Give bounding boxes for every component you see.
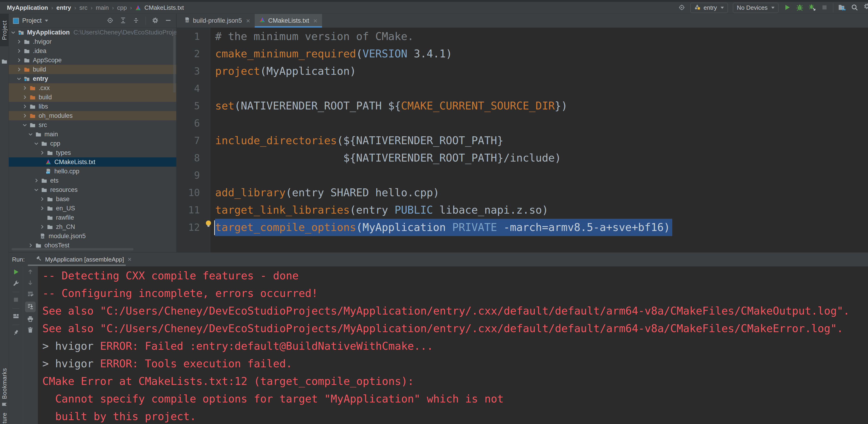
tree-item-oh-modules[interactable]: oh_modules <box>9 111 176 120</box>
chevron-down-icon[interactable] <box>34 187 39 192</box>
project-structure-icon[interactable] <box>838 4 846 12</box>
restore-layout-icon[interactable] <box>12 313 20 321</box>
tree-item-resources[interactable]: resources <box>9 185 176 194</box>
tree-item-libs[interactable]: libs <box>9 102 176 111</box>
project-view-selector[interactable]: Project <box>22 17 42 24</box>
tree-item-label: .cxx <box>39 85 50 92</box>
attach-debugger-button[interactable] <box>809 4 816 12</box>
tab-cmakelists[interactable]: CMakeLists.txt × <box>255 14 322 28</box>
tree-item-hello-cpp[interactable]: C++hello.cpp <box>9 166 176 176</box>
breadcrumb-item[interactable]: MyApplication <box>7 4 48 11</box>
hide-panel-icon[interactable] <box>165 17 172 25</box>
chevron-right-icon[interactable] <box>16 39 22 44</box>
run-config-selector[interactable]: entry <box>690 3 728 13</box>
breadcrumb-separator: › <box>74 5 76 11</box>
breadcrumb-item[interactable]: cpp <box>117 4 127 11</box>
soft-wrap-icon[interactable] <box>27 291 34 298</box>
expand-all-icon[interactable] <box>120 17 127 25</box>
pin-tab-icon[interactable] <box>12 329 20 337</box>
tree-item-base[interactable]: base <box>9 194 176 204</box>
run-console-output[interactable]: -- Detecting CXX compile features - done… <box>38 266 868 424</box>
device-selector[interactable]: No Devices <box>733 3 778 13</box>
tree-item-label: entry <box>33 75 48 82</box>
chevron-right-icon[interactable] <box>28 243 33 248</box>
scroll-to-end-button[interactable] <box>25 302 36 312</box>
settings-gear-icon[interactable] <box>863 3 868 13</box>
code-area[interactable]: # the minimum version of CMake.cmake_min… <box>215 28 672 236</box>
tree-item-cmakelists-txt[interactable]: CMakeLists.txt <box>9 157 176 166</box>
tree-item-rawfile[interactable]: rawfile <box>9 213 176 222</box>
tree-item-zh-cn[interactable]: zh_CN <box>9 222 176 232</box>
tree-item-label: rawfile <box>56 214 74 221</box>
chevron-right-icon[interactable] <box>34 178 39 183</box>
tree-item-appscope[interactable]: AppScope <box>9 56 176 65</box>
breadcrumb-item[interactable]: src <box>79 4 88 11</box>
run-config-label: entry <box>704 4 717 11</box>
breadcrumb-item[interactable]: main <box>96 4 109 11</box>
chevron-right-icon[interactable] <box>22 85 28 91</box>
edit-configuration-icon[interactable] <box>12 280 20 288</box>
tree-item-entry[interactable]: entry <box>9 74 176 83</box>
chevron-down-icon[interactable] <box>28 131 33 137</box>
gear-icon[interactable] <box>152 17 159 25</box>
tree-item-build[interactable]: build <box>9 93 176 102</box>
search-icon[interactable] <box>851 4 858 12</box>
close-icon[interactable]: × <box>313 17 317 25</box>
chevron-right-icon[interactable] <box>39 224 45 230</box>
run-button[interactable] <box>783 4 791 12</box>
tab-build-profile[interactable]: {0} build-profile.json5 × <box>180 14 255 28</box>
breadcrumb-item[interactable]: entry <box>57 4 71 11</box>
close-icon[interactable]: × <box>246 17 250 25</box>
project-tool-window-button[interactable]: Project <box>0 14 9 46</box>
rerun-icon[interactable] <box>12 268 20 277</box>
breadcrumb-item[interactable]: CMakeLists.txt <box>144 4 184 11</box>
chevron-right-icon[interactable] <box>39 206 45 211</box>
chevron-down-icon[interactable] <box>10 30 16 35</box>
chevron-right-icon[interactable] <box>16 48 22 54</box>
tree-item-module-json5[interactable]: {0}module.json5 <box>9 232 176 241</box>
stop-button[interactable] <box>821 4 828 12</box>
tree-item-ets[interactable]: ets <box>9 176 176 185</box>
tree-item--cxx[interactable]: .cxx <box>9 83 176 93</box>
chevron-right-icon[interactable] <box>22 94 28 100</box>
next-occurrence-icon[interactable] <box>27 279 34 287</box>
tree-item-cpp[interactable]: cpp <box>9 139 176 148</box>
line-number: 11 <box>177 201 200 219</box>
chevron-right-icon[interactable] <box>39 196 45 202</box>
chevron-right-icon[interactable] <box>39 150 45 155</box>
print-icon[interactable] <box>27 315 34 323</box>
chevron-right-icon[interactable] <box>22 113 28 119</box>
intention-bulb-icon[interactable] <box>204 219 213 229</box>
chevron-down-icon[interactable] <box>22 122 28 128</box>
chevron-right-icon[interactable] <box>22 104 28 109</box>
clear-console-icon[interactable] <box>27 327 34 334</box>
chevron-right-icon[interactable] <box>16 67 22 72</box>
tree-item-myapplication[interactable]: MyApplicationC:\Users\Cheney\DevEcoStudi… <box>9 28 176 37</box>
tree-item--idea[interactable]: .idea <box>9 46 176 56</box>
tree-vertical-scrollbar[interactable] <box>173 32 176 93</box>
chevron-down-icon[interactable] <box>16 76 22 82</box>
structure-tool-window-button[interactable]: Structure <box>0 413 9 424</box>
select-opened-file-icon[interactable] <box>107 17 114 25</box>
cpp-icon: C++ <box>45 168 52 174</box>
collapse-all-icon[interactable] <box>132 17 140 25</box>
folder-tool-window-button[interactable] <box>0 58 9 65</box>
tree-item-types[interactable]: types <box>9 148 176 157</box>
tree-item-main[interactable]: main <box>9 130 176 139</box>
stop-icon[interactable] <box>12 296 20 304</box>
debug-button[interactable] <box>796 4 803 12</box>
chevron-down-icon[interactable] <box>45 20 48 22</box>
run-tab[interactable]: MyApplication [assembleApp] × <box>36 255 131 264</box>
breadcrumb[interactable]: MyApplication›entry›src›main›cpp›CMakeLi… <box>0 4 184 11</box>
tree-item-src[interactable]: src <box>9 120 176 130</box>
bookmarks-tool-window-button[interactable]: Bookmarks <box>0 368 9 408</box>
close-icon[interactable]: × <box>128 256 131 263</box>
tree-item-en-us[interactable]: en_US <box>9 204 176 213</box>
locate-icon[interactable] <box>678 4 685 12</box>
tree-item--hvigor[interactable]: .hvigor <box>9 37 176 46</box>
prev-occurrence-icon[interactable] <box>27 268 34 276</box>
chevron-right-icon[interactable] <box>16 57 22 63</box>
tree-horizontal-scrollbar[interactable] <box>11 248 133 250</box>
chevron-down-icon[interactable] <box>34 141 39 146</box>
tree-item-build[interactable]: build <box>9 65 176 74</box>
